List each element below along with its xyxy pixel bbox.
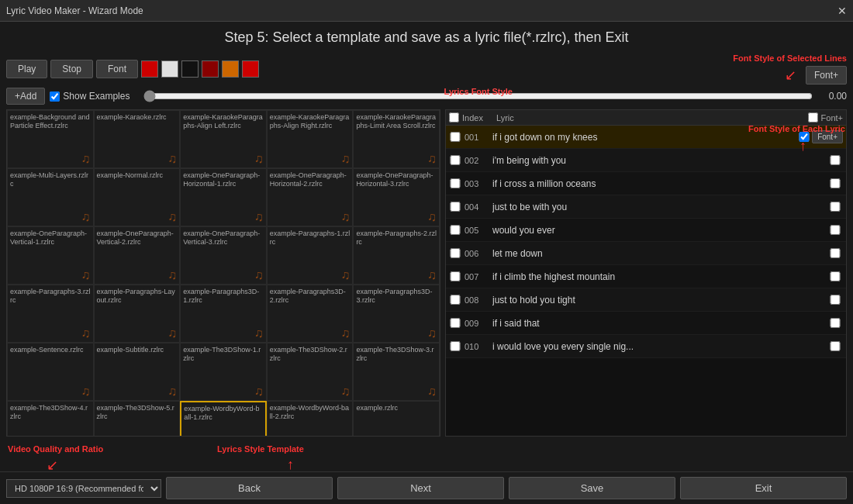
- title-bar-text: Lyric Video Maker - Wizard Mode: [6, 5, 143, 16]
- close-button[interactable]: ✕: [837, 5, 847, 17]
- color-red2[interactable]: [242, 60, 259, 78]
- template-item-name: example-OneParagraph-Horizontal-1.rzlrc: [183, 171, 264, 188]
- next-button[interactable]: Next: [337, 477, 504, 499]
- lyric-checkbox[interactable]: [449, 295, 461, 305]
- template-item[interactable]: example-Paragraphs3D-1.rzlrc♫: [180, 285, 267, 343]
- lyrics-header-checkbox[interactable]: [449, 112, 459, 123]
- template-item-name: example-Paragraphs-Layout.rzlrc: [97, 288, 178, 305]
- template-item[interactable]: example-Normal.rzlrc♫: [94, 168, 181, 226]
- lyric-checkbox[interactable]: [449, 132, 461, 142]
- color-red[interactable]: [141, 60, 158, 78]
- template-item[interactable]: example-Paragraphs-1.rzlrc♫: [267, 226, 354, 285]
- lst-arrow: ↑: [287, 457, 294, 473]
- color-dark-red[interactable]: [202, 60, 219, 78]
- template-item[interactable]: example-Subtitle.rzlrc♫: [94, 343, 181, 401]
- lyric-row: 005would you ever: [446, 219, 846, 242]
- add-button[interactable]: +Add: [6, 88, 45, 105]
- lyrics-header-font-checkbox[interactable]: [808, 112, 818, 123]
- template-item-name: example-KaraokeParagraphs-Limit Area Scr…: [356, 113, 437, 130]
- template-item[interactable]: example-OneParagraph-Vertical-1.rzlrc♫: [7, 226, 94, 285]
- template-item-icon: ♫: [183, 327, 264, 340]
- font-slider[interactable]: [143, 90, 813, 102]
- lyric-checkbox[interactable]: [449, 341, 461, 351]
- template-item[interactable]: example-OneParagraph-Vertical-3.rzlrc♫: [180, 226, 267, 285]
- template-item[interactable]: example-KaraokeParagraphs-Limit Area Scr…: [353, 110, 440, 168]
- lyric-font-checkbox[interactable]: [829, 318, 841, 328]
- template-item-name: example-KaraokeParagraphs-Align Left.rzl…: [183, 113, 264, 130]
- lyric-font-checkbox[interactable]: [829, 248, 841, 258]
- save-button[interactable]: Save: [509, 477, 675, 499]
- lyric-index: 006: [464, 249, 492, 258]
- lyrics-header: Index Lyric Font+: [446, 110, 846, 126]
- template-item-icon: ♫: [10, 153, 91, 165]
- template-item[interactable]: example-Background and Particle Effect.r…: [7, 110, 94, 168]
- exit-button[interactable]: Exit: [680, 477, 847, 499]
- template-item[interactable]: example-The3DShow-5.rzlrc♫: [94, 401, 181, 437]
- lyrics-panel: Index Lyric Font+ 001if i got down on my…: [445, 109, 847, 437]
- lyric-index: 001: [464, 133, 492, 142]
- lyric-row: 002i'm being with you: [446, 149, 846, 172]
- font-plus-button[interactable]: Font+: [806, 66, 847, 85]
- show-examples-label[interactable]: Show Examples: [63, 91, 130, 102]
- template-item-name: example-The3DShow-2.rzlrc: [270, 346, 351, 363]
- template-item-name: example-OneParagraph-Vertical-1.rzlrc: [10, 230, 91, 247]
- color-orange[interactable]: [222, 60, 239, 78]
- template-item[interactable]: example-Karaoke.rzlrc♫: [94, 110, 181, 168]
- template-item-name: example-KaraokeParagraphs-Align Right.rz…: [270, 113, 351, 130]
- lyric-font-checkbox[interactable]: [829, 271, 841, 281]
- lyric-checkbox[interactable]: [449, 178, 461, 188]
- lyric-text: would you ever: [492, 225, 829, 236]
- back-button[interactable]: Back: [166, 477, 333, 499]
- color-white[interactable]: [161, 60, 178, 78]
- lyric-checkbox[interactable]: [449, 225, 461, 235]
- template-item[interactable]: example-Paragraphs-2.rzlrc♫: [353, 226, 440, 285]
- lyric-checkbox[interactable]: [449, 202, 461, 212]
- font-button[interactable]: Font: [96, 60, 138, 78]
- template-item[interactable]: example.rzlrc♫: [353, 401, 440, 437]
- lyric-font-checkbox[interactable]: [829, 178, 841, 188]
- font-style-selected-annotation: Font Style of Selected Lines: [733, 54, 847, 63]
- color-black[interactable]: [181, 60, 199, 78]
- lyric-font-checkbox[interactable]: [829, 295, 841, 305]
- template-item[interactable]: example-Paragraphs-Layout.rzlrc♫: [94, 285, 181, 343]
- template-item[interactable]: example-The3DShow-1.rzlrc♫: [180, 343, 267, 401]
- template-item[interactable]: example-OneParagraph-Vertical-2.rzlrc♫: [94, 226, 181, 285]
- lyrics-header-font: Font+: [808, 112, 843, 123]
- lyric-text: let me down: [492, 248, 829, 259]
- template-item[interactable]: example-KaraokeParagraphs-Align Left.rzl…: [180, 110, 267, 168]
- lyric-checkbox[interactable]: [449, 155, 461, 165]
- template-item-name: example-Paragraphs-1.rzlrc: [270, 230, 351, 247]
- template-item[interactable]: example-OneParagraph-Horizontal-3.rzlrc♫: [353, 168, 440, 226]
- play-button[interactable]: Play: [6, 60, 47, 78]
- lyric-index: 004: [464, 202, 492, 212]
- lyric-font-checkbox[interactable]: [798, 132, 810, 142]
- template-item[interactable]: example-Paragraphs3D-2.rzlrc♫: [267, 285, 354, 343]
- template-item[interactable]: example-The3DShow-4.rzlrc♫: [7, 401, 94, 437]
- template-item[interactable]: example-OneParagraph-Horizontal-2.rzlrc♫: [267, 168, 354, 226]
- template-item-icon: ♫: [10, 211, 91, 223]
- template-item[interactable]: example-KaraokeParagraphs-Align Right.rz…: [267, 110, 354, 168]
- stop-button[interactable]: Stop: [50, 60, 93, 78]
- resolution-select[interactable]: HD 1080P 16:9 (Recommended for Yo: [6, 479, 161, 498]
- template-item[interactable]: example-OneParagraph-Horizontal-1.rzlrc♫: [180, 168, 267, 226]
- show-examples-checkbox[interactable]: [50, 91, 60, 102]
- lyric-checkbox[interactable]: [449, 271, 461, 281]
- lyric-checkbox[interactable]: [449, 318, 461, 328]
- template-item[interactable]: example-WordbyWord-ball-2.rzlrc♫: [267, 401, 354, 437]
- lyric-font-checkbox[interactable]: [829, 155, 841, 165]
- lyric-font-plus-button[interactable]: Font+: [812, 130, 843, 143]
- template-item[interactable]: example-The3DShow-3.rzlrc♫: [353, 343, 440, 401]
- lyric-text: just to hold you tight: [492, 295, 829, 306]
- template-item-icon: ♫: [10, 269, 91, 281]
- template-item[interactable]: example-Paragraphs-3.rzlrc♫: [7, 285, 94, 343]
- template-item[interactable]: example-Sentence.rzlrc♫: [7, 343, 94, 401]
- template-item-icon: ♫: [183, 385, 264, 398]
- template-item[interactable]: example-WordbyWord-ball-1.rzlrc♫: [180, 401, 267, 437]
- lyric-font-checkbox[interactable]: [829, 202, 841, 212]
- lyric-font-checkbox[interactable]: [829, 341, 841, 351]
- template-item[interactable]: example-Paragraphs3D-3.rzlrc♫: [353, 285, 440, 343]
- lyric-font-checkbox[interactable]: [829, 225, 841, 235]
- lyric-checkbox[interactable]: [449, 248, 461, 258]
- template-item[interactable]: example-The3DShow-2.rzlrc♫: [267, 343, 354, 401]
- template-item[interactable]: example-Multi-Layers.rzlrc♫: [7, 168, 94, 226]
